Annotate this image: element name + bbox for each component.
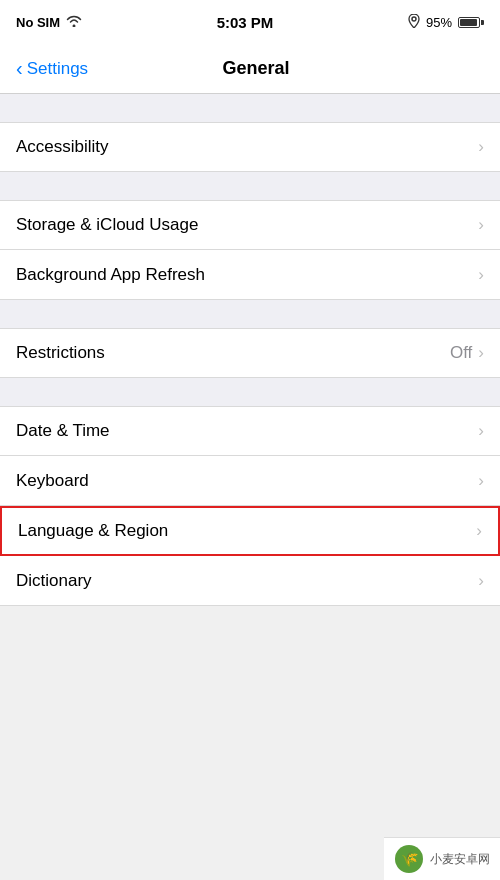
carrier-text: No SIM [16, 15, 60, 30]
watermark-text: 小麦安卓网 [430, 851, 490, 868]
chevron-right-icon-5: › [478, 421, 484, 441]
chevron-right-icon-3: › [478, 265, 484, 285]
back-button[interactable]: ‹ Settings [16, 59, 88, 79]
row-label-language-region: Language & Region [18, 521, 476, 541]
section-2: Storage & iCloud Usage › Background App … [0, 200, 500, 300]
row-dictionary[interactable]: Dictionary › [0, 556, 500, 606]
page-title: General [88, 58, 424, 79]
status-right: 95% [408, 14, 484, 31]
wifi-icon [66, 15, 82, 30]
svg-text:🌾: 🌾 [401, 851, 419, 868]
row-label-storage: Storage & iCloud Usage [16, 215, 478, 235]
section-3: Restrictions Off › [0, 328, 500, 378]
location-icon [408, 14, 420, 31]
settings-container: Accessibility › Storage & iCloud Usage ›… [0, 94, 500, 606]
watermark-logo: 🌾 [394, 844, 424, 874]
svg-point-0 [412, 17, 416, 21]
row-language-region[interactable]: Language & Region › [0, 506, 500, 556]
section-spacer-2 [0, 172, 500, 200]
section-spacer-3 [0, 300, 500, 328]
status-bar: No SIM 5:03 PM 95% [0, 0, 500, 44]
back-label[interactable]: Settings [27, 59, 88, 79]
section-4: Date & Time › Keyboard › Language & Regi… [0, 406, 500, 606]
row-label-accessibility: Accessibility [16, 137, 478, 157]
row-restrictions[interactable]: Restrictions Off › [0, 328, 500, 378]
section-spacer-4 [0, 378, 500, 406]
row-storage[interactable]: Storage & iCloud Usage › [0, 200, 500, 250]
chevron-right-icon: › [478, 137, 484, 157]
battery-icon [458, 17, 484, 28]
row-keyboard[interactable]: Keyboard › [0, 456, 500, 506]
section-1: Accessibility › [0, 122, 500, 172]
row-accessibility[interactable]: Accessibility › [0, 122, 500, 172]
row-label-keyboard: Keyboard [16, 471, 478, 491]
row-date-time[interactable]: Date & Time › [0, 406, 500, 456]
chevron-right-icon-4: › [478, 343, 484, 363]
row-label-restrictions: Restrictions [16, 343, 450, 363]
chevron-right-icon-8: › [478, 571, 484, 591]
chevron-left-icon: ‹ [16, 58, 23, 78]
chevron-right-icon-6: › [478, 471, 484, 491]
status-left: No SIM [16, 15, 82, 30]
chevron-right-icon-2: › [478, 215, 484, 235]
watermark: 🌾 小麦安卓网 [384, 837, 500, 880]
row-label-dictionary: Dictionary [16, 571, 478, 591]
battery-percent: 95% [426, 15, 452, 30]
status-time: 5:03 PM [217, 14, 274, 31]
row-label-background-refresh: Background App Refresh [16, 265, 478, 285]
chevron-right-icon-7: › [476, 521, 482, 541]
nav-bar: ‹ Settings General [0, 44, 500, 94]
row-label-date-time: Date & Time [16, 421, 478, 441]
row-background-refresh[interactable]: Background App Refresh › [0, 250, 500, 300]
section-spacer-1 [0, 94, 500, 122]
row-value-restrictions: Off [450, 343, 472, 363]
